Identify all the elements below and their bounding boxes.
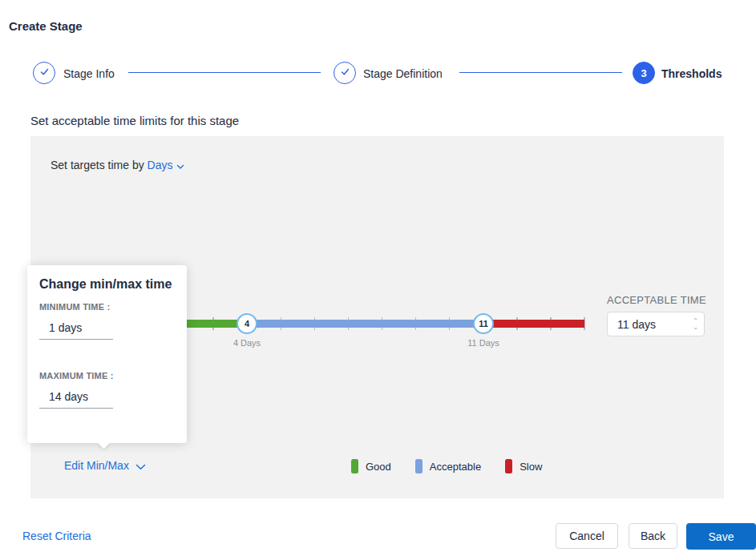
acceptable-time-input[interactable] <box>608 318 693 331</box>
step-2-circle[interactable] <box>334 62 356 84</box>
maximum-time-label: MAXIMUM TIME : <box>39 371 114 381</box>
step-2-label: Stage Definition <box>363 67 443 80</box>
acceptable-time-field: ⌃ ⌄ <box>607 312 705 336</box>
legend: Good Acceptable Slow <box>351 459 566 473</box>
save-button[interactable]: Save <box>686 523 756 550</box>
legend-label: Good <box>366 461 391 473</box>
targets-label: Set targets time by <box>51 159 144 171</box>
legend-item-slow: Slow <box>505 459 542 473</box>
maximum-time-input[interactable] <box>39 390 113 409</box>
step-3-number: 3 <box>641 67 646 79</box>
back-button[interactable]: Back <box>629 523 677 549</box>
slider-handle-max-value: 11 <box>479 319 488 328</box>
create-stage-dialog: Create Stage Stage Info Stage Definition… <box>0 0 756 560</box>
slider-segment-acceptable <box>247 320 483 328</box>
check-icon <box>39 66 50 80</box>
decrement-icon[interactable]: ⌄ <box>693 324 698 331</box>
minimum-time-input[interactable] <box>39 321 113 340</box>
step-1-circle[interactable] <box>33 62 55 84</box>
acceptable-swatch <box>415 459 422 473</box>
targets-unit-dropdown[interactable]: Days <box>148 159 184 171</box>
step-3-circle[interactable]: 3 <box>633 62 655 84</box>
change-minmax-popup: Change min/max time MINIMUM TIME : MAXIM… <box>27 265 187 443</box>
edit-minmax-toggle[interactable]: Edit Min/Max <box>64 459 146 473</box>
minimum-time-label: MINIMUM TIME : <box>39 302 110 312</box>
slider-handle-max-label: 11 Days <box>459 338 507 348</box>
acceptable-time-label: ACCEPTABLE TIME <box>607 294 706 306</box>
time-range-slider: 4 11 4 Days 11 Days <box>146 316 584 332</box>
edit-minmax-label: Edit Min/Max <box>64 459 129 472</box>
step-3-label: Thresholds <box>661 67 722 80</box>
chevron-down-icon <box>135 460 146 473</box>
popup-title: Change min/max time <box>39 277 172 292</box>
check-icon <box>340 66 350 80</box>
cancel-button[interactable]: Cancel <box>556 523 618 549</box>
targets-unit-value: Days <box>148 159 173 171</box>
reset-criteria-label: Reset Criteria <box>22 530 91 542</box>
slider-handle-min-label: 4 Days <box>223 338 271 348</box>
legend-item-good: Good <box>351 459 391 473</box>
legend-label: Acceptable <box>430 461 481 473</box>
legend-label: Slow <box>519 461 542 473</box>
section-subtitle: Set acceptable time limits for this stag… <box>30 114 239 127</box>
targets-row: Set targets time by Days <box>51 159 184 172</box>
stepper-control: ⌃ ⌄ <box>693 318 704 331</box>
legend-item-acceptable: Acceptable <box>415 459 481 473</box>
chevron-down-icon <box>176 159 184 172</box>
page-title: Create Stage <box>9 19 83 33</box>
good-swatch <box>351 459 358 473</box>
slow-swatch <box>505 459 512 473</box>
reset-criteria-link[interactable]: Reset Criteria <box>22 530 91 542</box>
slider-handle-max[interactable]: 11 <box>473 313 494 334</box>
slider-segment-slow <box>483 320 584 328</box>
slider-handle-min[interactable]: 4 <box>237 313 257 334</box>
slider-handle-min-value: 4 <box>245 319 249 328</box>
step-connector <box>459 72 622 73</box>
step-connector <box>128 72 321 73</box>
step-1-label: Stage Info <box>63 67 115 80</box>
